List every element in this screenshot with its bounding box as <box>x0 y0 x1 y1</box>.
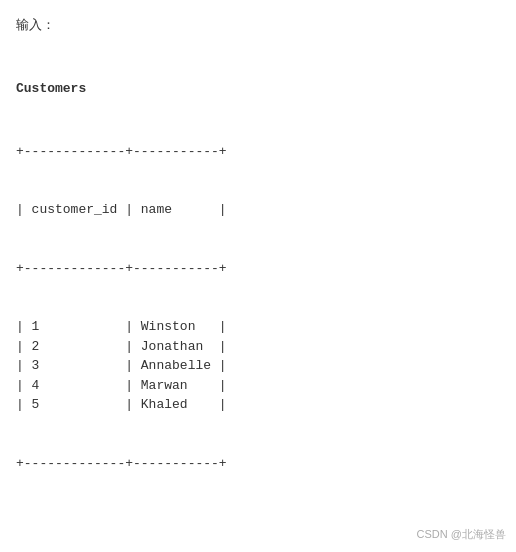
table-row: | 2 | Jonathan | <box>16 337 500 357</box>
table-row: | 3 | Annabelle | <box>16 356 500 376</box>
customers-sep-top: +-------------+-----------+ <box>16 142 500 162</box>
customers-header: | customer_id | name | <box>16 200 500 220</box>
customers-rows: | 1 | Winston || 2 | Jonathan || 3 | Ann… <box>16 317 500 415</box>
table-row: | 4 | Marwan | <box>16 376 500 396</box>
customers-table: Customers +-------------+-----------+ | … <box>16 40 500 493</box>
table-row: | 5 | Khaled | <box>16 395 500 415</box>
customers-sep-mid: +-------------+-----------+ <box>16 259 500 279</box>
watermark: CSDN @北海怪兽 <box>417 527 506 542</box>
customers-sep-bot: +-------------+-----------+ <box>16 454 500 474</box>
customers-title: Customers <box>16 79 500 99</box>
table-row: | 1 | Winston | <box>16 317 500 337</box>
input-label: 输入： <box>16 16 500 34</box>
